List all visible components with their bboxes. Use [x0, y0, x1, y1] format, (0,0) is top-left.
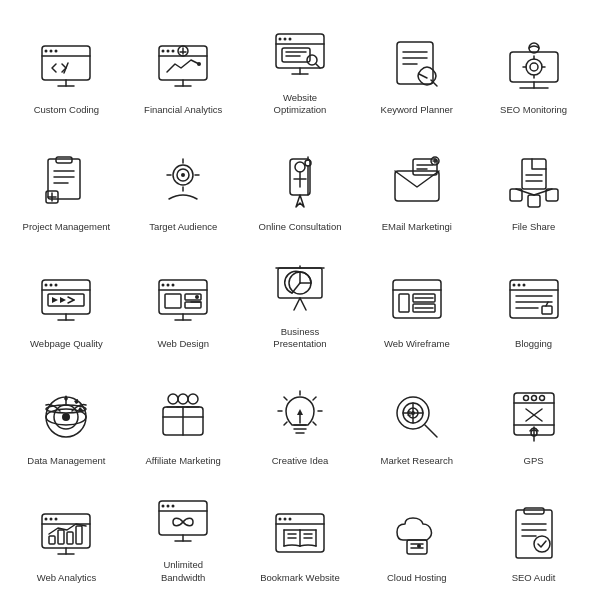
item-target-audience[interactable]: Target Audience — [125, 125, 242, 242]
svg-line-157 — [313, 422, 316, 425]
svg-point-133 — [517, 284, 520, 287]
svg-rect-76 — [522, 159, 546, 189]
svg-rect-47 — [48, 159, 80, 199]
item-affiliate-marketing[interactable]: Affiliate Marketing — [125, 358, 242, 475]
project-management-icon — [34, 151, 98, 215]
svg-point-193 — [172, 505, 175, 508]
svg-point-99 — [162, 284, 165, 287]
gps-icon — [502, 385, 566, 449]
web-analytics-label: Web Analytics — [37, 572, 97, 584]
svg-rect-187 — [67, 532, 73, 544]
svg-point-134 — [522, 284, 525, 287]
seo-audit-label: SEO Audit — [512, 572, 556, 584]
item-unlimited-bandwidth[interactable]: Unlimited Bandwidth — [125, 475, 242, 592]
svg-point-42 — [530, 63, 538, 71]
keyword-planner-icon — [385, 34, 449, 98]
svg-rect-188 — [76, 526, 82, 544]
item-custom-coding[interactable]: Custom Coding — [8, 8, 125, 125]
blogging-icon — [502, 268, 566, 332]
item-webpage-quality[interactable]: Webpage Quality — [8, 242, 125, 359]
item-creative-idea[interactable]: Creative Idea — [242, 358, 359, 475]
svg-point-88 — [55, 284, 58, 287]
svg-point-21 — [278, 38, 281, 41]
svg-point-132 — [512, 284, 515, 287]
cloud-hosting-label: Cloud Hosting — [387, 572, 447, 584]
keyword-planner-label: Keyword Planner — [381, 104, 453, 116]
svg-point-167 — [411, 411, 415, 415]
bookmark-website-label: Bookmark Website — [260, 572, 340, 584]
item-web-design[interactable]: Web Design — [125, 242, 242, 359]
svg-point-192 — [167, 505, 170, 508]
item-seo-audit[interactable]: SEO Audit — [475, 475, 592, 592]
svg-point-173 — [531, 395, 536, 400]
svg-marker-92 — [52, 297, 58, 303]
svg-rect-84 — [42, 280, 90, 314]
webpage-quality-label: Webpage Quality — [30, 338, 103, 350]
icon-grid: Custom Coding Financial Analytics — [0, 0, 600, 600]
svg-point-198 — [278, 517, 281, 520]
svg-point-137 — [62, 413, 70, 421]
svg-rect-97 — [159, 280, 207, 314]
seo-monitoring-icon — [502, 34, 566, 98]
item-online-consultation[interactable]: Online Consultation — [242, 125, 359, 242]
financial-analytics-icon — [151, 34, 215, 98]
svg-line-158 — [284, 422, 287, 425]
svg-point-22 — [283, 38, 286, 41]
item-web-analytics[interactable]: Web Analytics — [8, 475, 125, 592]
item-website-optimization[interactable]: Website Optimization — [242, 8, 359, 125]
item-email-marketing[interactable]: EMail Marketingi — [358, 125, 475, 242]
website-optimization-icon — [268, 22, 332, 86]
creative-idea-label: Creative Idea — [272, 455, 329, 467]
svg-line-7 — [64, 63, 68, 73]
email-marketing-label: EMail Marketingi — [382, 221, 452, 233]
svg-rect-120 — [399, 294, 409, 312]
svg-point-180 — [45, 517, 48, 520]
svg-point-200 — [288, 517, 291, 520]
svg-rect-185 — [49, 536, 55, 544]
item-keyword-planner[interactable]: Keyword Planner — [358, 8, 475, 125]
item-gps[interactable]: GPS — [475, 358, 592, 475]
market-research-icon: $ — [385, 385, 449, 449]
svg-point-213 — [417, 544, 421, 548]
svg-line-111 — [294, 298, 300, 310]
svg-rect-106 — [185, 302, 201, 308]
svg-rect-125 — [510, 280, 558, 318]
svg-text:$: $ — [407, 409, 412, 418]
item-seo-monitoring[interactable]: SEO Monitoring — [475, 8, 592, 125]
email-marketing-icon — [385, 151, 449, 215]
target-audience-label: Target Audience — [149, 221, 217, 233]
item-financial-analytics[interactable]: Financial Analytics — [125, 8, 242, 125]
svg-point-13 — [197, 62, 201, 66]
svg-point-143 — [168, 394, 178, 404]
business-presentation-label: Business Presentation — [255, 326, 345, 351]
svg-line-83 — [534, 189, 552, 195]
item-data-management[interactable]: Data Management — [8, 358, 125, 475]
web-analytics-icon — [34, 502, 98, 566]
svg-line-163 — [425, 425, 437, 437]
item-business-presentation[interactable]: Business Presentation — [242, 242, 359, 359]
svg-point-191 — [162, 505, 165, 508]
svg-line-82 — [516, 189, 534, 195]
svg-line-95 — [68, 297, 74, 300]
data-management-icon — [34, 385, 98, 449]
svg-point-219 — [534, 536, 550, 552]
item-bookmark-website[interactable]: Bookmark Website — [242, 475, 359, 592]
web-design-label: Web Design — [157, 338, 209, 350]
svg-rect-210 — [407, 540, 427, 554]
item-web-wireframe[interactable]: Web Wireframe — [358, 242, 475, 359]
unlimited-bandwidth-label: Unlimited Bandwidth — [161, 559, 205, 584]
item-market-research[interactable]: $ Market Research — [358, 358, 475, 475]
svg-rect-80 — [528, 195, 540, 207]
cloud-hosting-icon — [385, 502, 449, 566]
item-file-share[interactable]: File Share — [475, 125, 592, 242]
item-blogging[interactable]: Blogging — [475, 242, 592, 359]
svg-point-23 — [288, 38, 291, 41]
svg-point-6 — [55, 50, 58, 53]
item-cloud-hosting[interactable]: Cloud Hosting — [358, 475, 475, 592]
svg-rect-0 — [42, 46, 90, 80]
file-share-label: File Share — [512, 221, 555, 233]
svg-line-96 — [68, 300, 74, 303]
svg-point-86 — [45, 284, 48, 287]
business-presentation-icon — [268, 256, 332, 320]
item-project-management[interactable]: Project Management — [8, 125, 125, 242]
